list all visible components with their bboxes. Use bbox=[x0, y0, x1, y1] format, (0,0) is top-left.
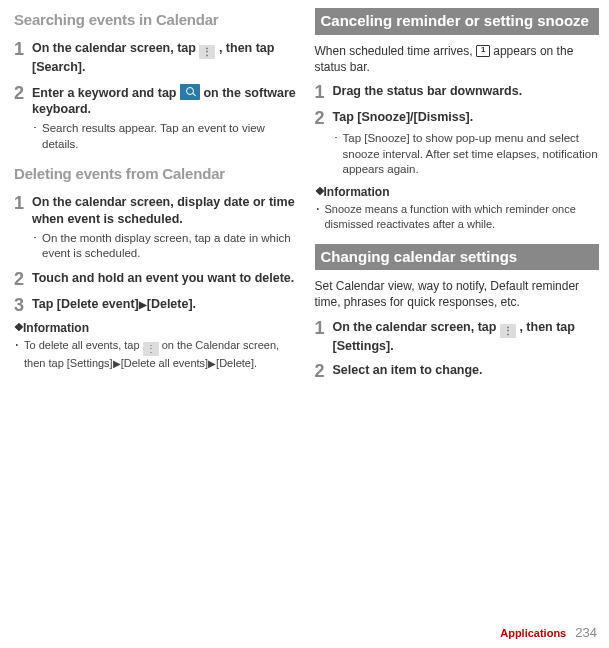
step-body: Touch and hold an event you want to dele… bbox=[32, 270, 299, 288]
step-number: 1 bbox=[14, 40, 32, 75]
right-column: Canceling reminder or setting snooze Whe… bbox=[305, 0, 610, 648]
menu-dots-icon bbox=[143, 342, 159, 356]
step-del-2: 2 Touch and hold an event you want to de… bbox=[14, 270, 299, 288]
txt: When scheduled time arrives, bbox=[315, 44, 476, 58]
information-heading: ❖Information bbox=[315, 184, 600, 200]
step-number: 2 bbox=[14, 84, 32, 118]
step-body: Tap [Delete event]▶[Delete]. bbox=[32, 296, 299, 314]
bullet-dot: ･ bbox=[32, 231, 42, 262]
step-title: Tap [Delete event]▶[Delete]. bbox=[32, 296, 299, 312]
heading-searching: Searching events in Calendar bbox=[14, 10, 299, 30]
step-snooze-2: 2 Tap [Snooze]/[Dismiss]. bbox=[315, 109, 600, 127]
step-number: 2 bbox=[315, 109, 333, 127]
step-del-1: 1 On the calendar screen, display date o… bbox=[14, 194, 299, 227]
info-bullet: ･ To delete all events, tap on the Calen… bbox=[14, 338, 299, 371]
footer: Applications 234 bbox=[500, 624, 597, 642]
information-heading: ❖Information bbox=[14, 320, 299, 336]
step-body: On the calendar screen, tap , then tap [… bbox=[32, 40, 299, 75]
step-snooze-1: 1 Drag the status bar downwards. bbox=[315, 83, 600, 101]
step-body: Enter a keyword and tap on the software … bbox=[32, 84, 299, 118]
txt: Enter a keyword and tap bbox=[32, 86, 180, 100]
step-number: 3 bbox=[14, 296, 32, 314]
step-number: 1 bbox=[315, 83, 333, 101]
heading-canceling: Canceling reminder or setting snooze bbox=[315, 8, 600, 35]
arrow-icon: ▶ bbox=[139, 299, 147, 310]
txt: Information bbox=[23, 321, 89, 335]
bullet-text: Search results appear. Tap an event to v… bbox=[42, 121, 299, 152]
info-text: Snooze means a function with which remin… bbox=[325, 202, 600, 232]
txt: On the calendar screen, tap bbox=[32, 41, 199, 55]
txt: Tap [Delete event] bbox=[32, 297, 139, 311]
step-title: Tap [Snooze]/[Dismiss]. bbox=[333, 109, 600, 125]
bullet-text: On the month display screen, tap a date … bbox=[42, 231, 299, 262]
arrow-icon: ▶ bbox=[208, 358, 216, 369]
step-del-3: 3 Tap [Delete event]▶[Delete]. bbox=[14, 296, 299, 314]
menu-dots-icon bbox=[199, 45, 215, 59]
reminder-icon bbox=[476, 45, 490, 57]
paragraph: When scheduled time arrives, appears on … bbox=[315, 43, 600, 75]
info-text: To delete all events, tap on the Calenda… bbox=[24, 338, 299, 371]
step-title: Select an item to change. bbox=[333, 362, 600, 378]
step-body: On the calendar screen, display date or … bbox=[32, 194, 299, 227]
bullet-dot: ･ bbox=[315, 202, 325, 232]
step-number: 2 bbox=[315, 362, 333, 380]
step-search-1: 1 On the calendar screen, tap , then tap… bbox=[14, 40, 299, 75]
step-body: Select an item to change. bbox=[333, 362, 600, 380]
step-title: Enter a keyword and tap on the software … bbox=[32, 84, 299, 118]
diamond-icon: ❖ bbox=[315, 185, 324, 197]
txt: [Delete]. bbox=[216, 357, 257, 369]
step-settings-1: 1 On the calendar screen, tap , then tap… bbox=[315, 319, 600, 354]
page-number: 234 bbox=[575, 625, 597, 640]
txt: Information bbox=[324, 185, 390, 199]
bullet-dot: ･ bbox=[333, 131, 343, 178]
txt: To delete all events, tap bbox=[24, 339, 143, 351]
step-number: 1 bbox=[315, 319, 333, 354]
step-number: 1 bbox=[14, 194, 32, 227]
heading-changing: Changing calendar settings bbox=[315, 244, 600, 271]
search-icon bbox=[180, 84, 200, 100]
step-settings-2: 2 Select an item to change. bbox=[315, 362, 600, 380]
page: Searching events in Calendar 1 On the ca… bbox=[0, 0, 609, 648]
bullet: ･ On the month display screen, tap a dat… bbox=[32, 231, 299, 262]
txt: [Delete]. bbox=[147, 297, 196, 311]
step-body: On the calendar screen, tap , then tap [… bbox=[333, 319, 600, 354]
step-title: On the calendar screen, display date or … bbox=[32, 194, 299, 227]
txt: [Delete all events] bbox=[121, 357, 208, 369]
bullet-text: Tap [Snooze] to show pop-up menu and sel… bbox=[343, 131, 600, 178]
left-column: Searching events in Calendar 1 On the ca… bbox=[0, 0, 305, 648]
heading-deleting: Deleting events from Calendar bbox=[14, 164, 299, 184]
menu-dots-icon bbox=[500, 324, 516, 338]
info-bullet: ･ Snooze means a function with which rem… bbox=[315, 202, 600, 232]
step-search-2: 2 Enter a keyword and tap on the softwar… bbox=[14, 84, 299, 118]
footer-section: Applications bbox=[500, 627, 566, 639]
step-body: Tap [Snooze]/[Dismiss]. bbox=[333, 109, 600, 127]
diamond-icon: ❖ bbox=[14, 321, 23, 333]
step-title: Touch and hold an event you want to dele… bbox=[32, 270, 299, 286]
step-title: On the calendar screen, tap , then tap [… bbox=[32, 40, 299, 75]
paragraph: Set Calendar view, way to notify, Defaul… bbox=[315, 278, 600, 310]
bullet: ･ Search results appear. Tap an event to… bbox=[32, 121, 299, 152]
bullet-dot: ･ bbox=[14, 338, 24, 371]
step-title: Drag the status bar downwards. bbox=[333, 83, 600, 99]
bullet-dot: ･ bbox=[32, 121, 42, 152]
step-number: 2 bbox=[14, 270, 32, 288]
step-title: On the calendar screen, tap , then tap [… bbox=[333, 319, 600, 354]
bullet: ･ Tap [Snooze] to show pop-up menu and s… bbox=[333, 131, 600, 178]
step-body: Drag the status bar downwards. bbox=[333, 83, 600, 101]
txt: On the calendar screen, tap bbox=[333, 320, 500, 334]
arrow-icon: ▶ bbox=[113, 358, 121, 369]
